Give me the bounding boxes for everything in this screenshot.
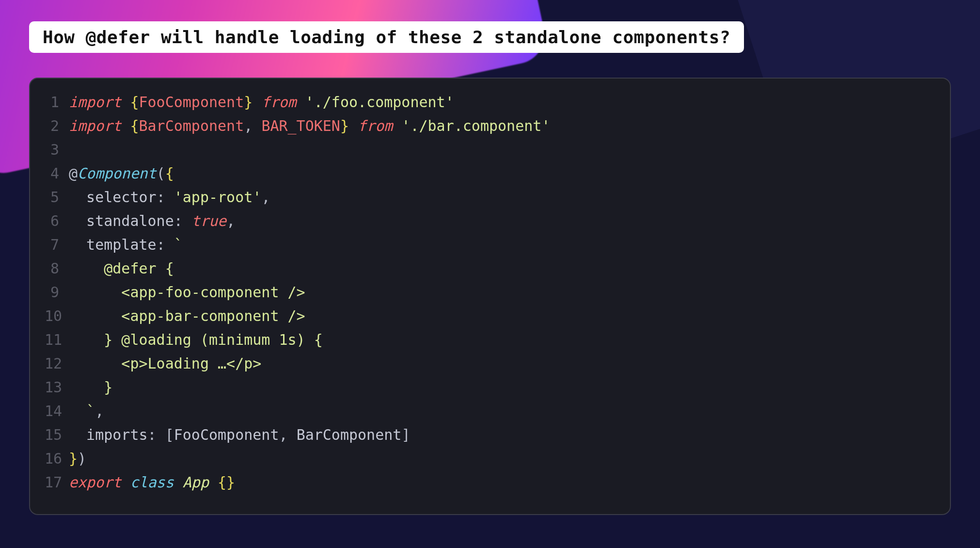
code-line: 12 <p>Loading …</p> xyxy=(45,352,935,375)
line-number: 16 xyxy=(45,447,69,470)
code-content: imports: [FooComponent, BarComponent] xyxy=(69,423,410,447)
code-line: 11 } @loading (minimum 1s) { xyxy=(45,328,935,352)
code-content: standalone: true, xyxy=(69,209,235,233)
slide-title: How @defer will handle loading of these … xyxy=(43,27,730,47)
code-content: selector: 'app-root', xyxy=(69,185,270,209)
line-number: 6 xyxy=(45,209,69,233)
code-content: template: ` xyxy=(69,233,183,257)
line-number: 2 xyxy=(45,114,69,138)
line-number: 3 xyxy=(45,138,69,161)
line-number: 13 xyxy=(45,375,69,399)
code-content: <p>Loading …</p> xyxy=(69,352,261,375)
line-number: 15 xyxy=(45,423,69,447)
code-content: @Component({ xyxy=(69,161,174,185)
code-content: <app-bar-component /> xyxy=(69,304,305,328)
line-number: 5 xyxy=(45,185,69,209)
code-line: 2import {BarComponent, BAR_TOKEN} from '… xyxy=(45,114,935,138)
code-content: import {BarComponent, BAR_TOKEN} from '.… xyxy=(69,114,550,138)
code-block: 1import {FooComponent} from './foo.compo… xyxy=(29,78,951,515)
line-number: 9 xyxy=(45,280,69,304)
code-line: 10 <app-bar-component /> xyxy=(45,304,935,328)
line-number: 1 xyxy=(45,90,69,114)
line-number: 8 xyxy=(45,257,69,280)
code-content: @defer { xyxy=(69,257,174,280)
code-line: 15 imports: [FooComponent, BarComponent] xyxy=(45,423,935,447)
code-line: 6 standalone: true, xyxy=(45,209,935,233)
code-line: 4@Component({ xyxy=(45,161,935,185)
code-content: export class App {} xyxy=(69,470,235,494)
line-number: 11 xyxy=(45,328,69,352)
line-number: 14 xyxy=(45,399,69,423)
code-line: 3 xyxy=(45,138,935,161)
code-line: 7 template: ` xyxy=(45,233,935,257)
code-content: }) xyxy=(69,447,86,470)
code-content: } @loading (minimum 1s) { xyxy=(69,328,323,352)
code-content: import {FooComponent} from './foo.compon… xyxy=(69,90,454,114)
line-number: 17 xyxy=(45,470,69,494)
code-content: <app-foo-component /> xyxy=(69,280,305,304)
code-line: 8 @defer { xyxy=(45,257,935,280)
code-line: 9 <app-foo-component /> xyxy=(45,280,935,304)
code-line: 14 `, xyxy=(45,399,935,423)
code-content: `, xyxy=(69,399,104,423)
code-line: 16}) xyxy=(45,447,935,470)
line-number: 10 xyxy=(45,304,69,328)
code-line: 17export class App {} xyxy=(45,470,935,494)
code-line: 1import {FooComponent} from './foo.compo… xyxy=(45,90,935,114)
slide-title-box: How @defer will handle loading of these … xyxy=(29,21,744,53)
line-number: 4 xyxy=(45,161,69,185)
line-number: 7 xyxy=(45,233,69,257)
code-content: } xyxy=(69,375,112,399)
line-number: 12 xyxy=(45,352,69,375)
code-line: 5 selector: 'app-root', xyxy=(45,185,935,209)
code-line: 13 } xyxy=(45,375,935,399)
